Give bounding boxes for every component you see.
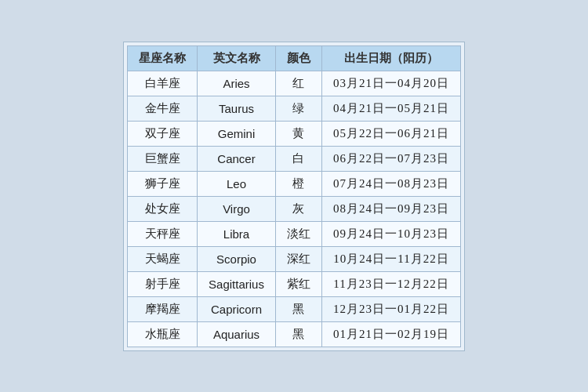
cell-english: Taurus xyxy=(198,96,276,121)
cell-dates: 03月21日一04月20日 xyxy=(321,71,460,96)
table-row: 白羊座Aries红03月21日一04月20日 xyxy=(128,71,461,96)
cell-dates: 01月21日一02月19日 xyxy=(321,321,460,347)
cell-dates: 06月22日一07月23日 xyxy=(321,146,460,171)
cell-color: 紫红 xyxy=(275,271,321,296)
table-row: 天秤座Libra淡红09月24日一10月23日 xyxy=(128,221,461,246)
cell-dates: 07月24日一08月23日 xyxy=(321,171,460,196)
cell-english: Virgo xyxy=(198,196,276,221)
table-row: 摩羯座Capricorn黑12月23日一01月22日 xyxy=(128,296,461,321)
cell-chinese: 白羊座 xyxy=(128,71,198,96)
cell-chinese: 巨蟹座 xyxy=(128,146,198,171)
cell-dates: 09月24日一10月23日 xyxy=(321,221,460,246)
cell-chinese: 狮子座 xyxy=(128,171,198,196)
cell-english: Aquarius xyxy=(198,321,276,347)
cell-english: Leo xyxy=(198,171,276,196)
cell-english: Gemini xyxy=(198,121,276,146)
cell-chinese: 天蝎座 xyxy=(128,246,198,271)
table-row: 水瓶座Aquarius黑01月21日一02月19日 xyxy=(128,321,461,347)
cell-dates: 11月23日一12月22日 xyxy=(321,271,460,296)
cell-chinese: 水瓶座 xyxy=(128,321,198,347)
cell-chinese: 射手座 xyxy=(128,271,198,296)
table-row: 天蝎座Scorpio深红10月24日一11月22日 xyxy=(128,246,461,271)
cell-dates: 10月24日一11月22日 xyxy=(321,246,460,271)
cell-chinese: 摩羯座 xyxy=(128,296,198,321)
cell-color: 黄 xyxy=(275,121,321,146)
cell-chinese: 双子座 xyxy=(128,121,198,146)
table-row: 狮子座Leo橙07月24日一08月23日 xyxy=(128,171,461,196)
cell-english: Capricorn xyxy=(198,296,276,321)
cell-english: Sagittarius xyxy=(198,271,276,296)
col-header-dates: 出生日期（阳历） xyxy=(321,45,460,71)
cell-color: 橙 xyxy=(275,171,321,196)
cell-chinese: 天秤座 xyxy=(128,221,198,246)
cell-dates: 08月24日一09月23日 xyxy=(321,196,460,221)
col-header-english: 英文名称 xyxy=(198,45,276,71)
cell-color: 黑 xyxy=(275,321,321,347)
table-row: 金牛座Taurus绿04月21日一05月21日 xyxy=(128,96,461,121)
cell-color: 深红 xyxy=(275,246,321,271)
zodiac-table-container: 星座名称 英文名称 颜色 出生日期（阳历） 白羊座Aries红03月21日一04… xyxy=(123,42,465,351)
cell-color: 灰 xyxy=(275,196,321,221)
cell-chinese: 金牛座 xyxy=(128,96,198,121)
cell-english: Libra xyxy=(198,221,276,246)
cell-color: 黑 xyxy=(275,296,321,321)
cell-english: Cancer xyxy=(198,146,276,171)
cell-english: Aries xyxy=(198,71,276,96)
col-header-chinese: 星座名称 xyxy=(128,45,198,71)
cell-dates: 12月23日一01月22日 xyxy=(321,296,460,321)
zodiac-table: 星座名称 英文名称 颜色 出生日期（阳历） 白羊座Aries红03月21日一04… xyxy=(127,45,461,347)
cell-dates: 05月22日一06月21日 xyxy=(321,121,460,146)
cell-color: 绿 xyxy=(275,96,321,121)
cell-color: 白 xyxy=(275,146,321,171)
table-row: 处女座Virgo灰08月24日一09月23日 xyxy=(128,196,461,221)
table-row: 巨蟹座Cancer白06月22日一07月23日 xyxy=(128,146,461,171)
table-header-row: 星座名称 英文名称 颜色 出生日期（阳历） xyxy=(128,45,461,71)
table-row: 双子座Gemini黄05月22日一06月21日 xyxy=(128,121,461,146)
table-row: 射手座Sagittarius紫红11月23日一12月22日 xyxy=(128,271,461,296)
cell-dates: 04月21日一05月21日 xyxy=(321,96,460,121)
cell-chinese: 处女座 xyxy=(128,196,198,221)
col-header-color: 颜色 xyxy=(275,45,321,71)
cell-english: Scorpio xyxy=(198,246,276,271)
cell-color: 红 xyxy=(275,71,321,96)
cell-color: 淡红 xyxy=(275,221,321,246)
